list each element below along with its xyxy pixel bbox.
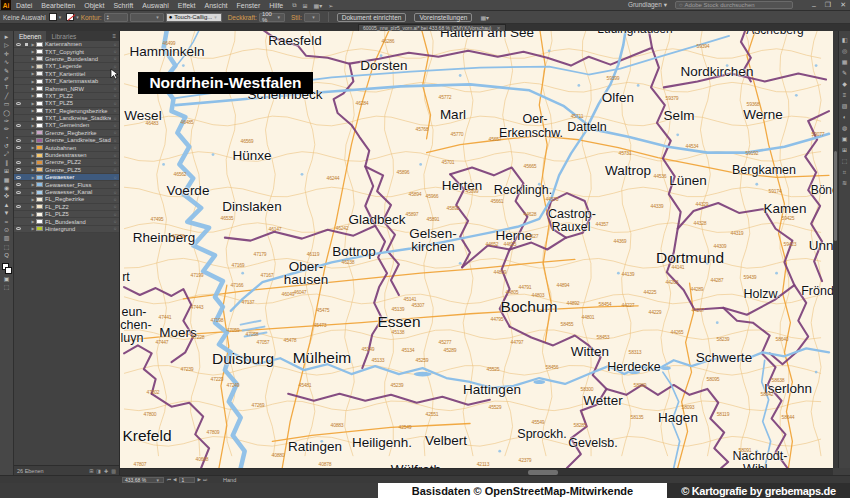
lock-icon[interactable] [23, 43, 30, 46]
visibility-eye-icon[interactable] [14, 205, 23, 208]
new-sublayer-icon[interactable]: ◨ [96, 468, 101, 474]
menu-item-datei[interactable]: Datei [16, 2, 32, 9]
menu-item-ansicht[interactable]: Ansicht [205, 2, 228, 9]
pencil-tool-icon[interactable]: ✏ [4, 125, 9, 133]
arrange-documents-icon[interactable]: ⧉ [292, 2, 296, 9]
target-circle-icon[interactable]: ○ [111, 138, 119, 143]
artboard-tool-icon[interactable]: ▥ [4, 234, 10, 242]
scrollbar-thumb[interactable] [834, 151, 837, 241]
restore-button[interactable]: ❐ [825, 1, 831, 9]
visibility-eye-icon[interactable] [14, 43, 23, 46]
appearance-icon[interactable]: ◍ [842, 123, 847, 134]
gradient-icon[interactable]: ▨ [842, 101, 848, 112]
target-circle-icon[interactable]: ○ [111, 212, 119, 217]
opacity-value-dropdown[interactable]: 100 %▾ [259, 13, 285, 22]
screen-mode-icon[interactable]: ⬚ [4, 283, 10, 291]
layer-row-grenze_plz5[interactable]: ▶Grenze_PLZ5○ [14, 167, 119, 174]
zoom-tool-icon[interactable]: Q [4, 251, 9, 259]
target-circle-icon[interactable]: ○ [111, 175, 119, 180]
menu-item-bearbeiten[interactable]: Bearbeiten [41, 2, 75, 9]
zoom-level-dropdown[interactable]: 433,68 %▾ [122, 477, 164, 483]
workspace-dropdown[interactable]: Grundlagen ▾ [628, 1, 667, 9]
share-icon[interactable]: ➢ [328, 2, 333, 9]
stroke-swatch[interactable] [66, 13, 74, 21]
visibility-eye-icon[interactable] [14, 183, 23, 186]
pathfinder-icon[interactable]: ⬚ [842, 156, 848, 167]
layer-row-txt_plz2[interactable]: ▶TXT_PLZ2○ [14, 93, 119, 100]
layer-row-gewaesser_kanal[interactable]: ▶Gewaesser_Kanal○ [14, 189, 119, 196]
layer-row-fl_plz5[interactable]: ▶FL_PLZ5○ [14, 211, 119, 218]
layout-icon[interactable]: ⊞ [303, 2, 308, 9]
next-artboard-icon[interactable]: ▶ [198, 477, 201, 482]
target-circle-icon[interactable]: ○ [111, 49, 119, 54]
new-layer-icon[interactable]: ✚ [104, 468, 108, 474]
lasso-tool-icon[interactable]: ∿ [4, 58, 9, 66]
layer-row-rahmen_nrw[interactable]: ▶Rahmen_NRW○ [14, 85, 119, 92]
layer-row-grenze_bundesland[interactable]: ▶Grenze_Bundesland○ [14, 56, 119, 63]
transparency-icon[interactable]: ◐ [843, 112, 847, 123]
visibility-eye-icon[interactable] [14, 102, 23, 105]
visibility-eye-icon[interactable] [14, 139, 23, 142]
artboard-number-field[interactable]: 1 [179, 477, 195, 483]
rotate-tool-icon[interactable]: ↺ [4, 142, 9, 150]
eraser-tool-icon[interactable]: ◔ [5, 134, 9, 142]
layer-row-fl_bundesland[interactable]: ▶FL_Bundesland○ [14, 218, 119, 225]
selection-tool-icon[interactable]: ► [4, 33, 10, 41]
prev-artboard-icon[interactable]: ◀ [173, 477, 176, 482]
ellipse-tool-icon[interactable]: ◯ [3, 109, 10, 117]
menu-item-hilfe[interactable]: Hilfe [269, 2, 283, 9]
stroke-width-stepper[interactable]: ▴▾ [104, 13, 128, 22]
blend-tool-icon[interactable]: ▼ [4, 209, 10, 217]
stroke-label[interactable]: Kontur: [81, 14, 102, 21]
panel-menu-icon[interactable]: ≡ [112, 33, 116, 39]
pen-tool-icon[interactable]: ✎ [4, 67, 9, 75]
shape-builder-tool-icon[interactable]: ▦ [4, 176, 10, 184]
target-circle-icon[interactable]: ○ [111, 204, 119, 209]
eyedropper-tool-icon[interactable]: ▲ [4, 201, 10, 209]
graphic-styles-icon[interactable]: ▣ [842, 134, 848, 145]
collect-icon[interactable]: ⊞ [89, 468, 93, 474]
color-guide-icon[interactable]: ◎ [842, 46, 847, 57]
curvature-tool-icon[interactable]: ✐ [4, 75, 9, 83]
layer-row-gewaesser[interactable]: ▶Gewaesser○ [14, 174, 119, 181]
info-icon[interactable]: ≋ [842, 178, 847, 189]
delete-layer-icon[interactable]: ▥ [111, 468, 116, 474]
style-label[interactable]: Stil: [291, 14, 302, 21]
target-circle-icon[interactable]: ○ [111, 219, 119, 224]
stock-search-input[interactable]: ○ Adobe Stock durchsuchen [675, 1, 793, 9]
layer-row-fl_regbezirke[interactable]: ▶FL_Regbezirke○ [14, 196, 119, 203]
visibility-eye-icon[interactable] [14, 161, 23, 164]
target-circle-icon[interactable]: ○ [111, 182, 119, 187]
layer-row-grenze_regbezirke[interactable]: ▶Grenze_Regbezirke○ [14, 130, 119, 137]
layer-row-txt_copyright[interactable]: ▶TXT_Copyright○ [14, 48, 119, 55]
last-artboard-icon[interactable]: ⏭ [203, 477, 207, 482]
line-tool-icon[interactable]: ╱ [5, 92, 9, 100]
artboard-canvas[interactable]: HamminkelnRaesfeldDorstenHaltern am SeeL… [120, 31, 833, 468]
width-tool-icon[interactable]: ∥ [5, 159, 8, 167]
target-circle-icon[interactable]: ○ [111, 101, 119, 106]
control-panel-menu-icon[interactable]: ▦▾ [480, 14, 489, 21]
minimize-button[interactable]: – [812, 2, 816, 9]
visibility-eye-icon[interactable] [14, 124, 23, 127]
free-transform-tool-icon[interactable]: ⊞ [4, 167, 9, 175]
paintbrush-tool-icon[interactable]: ✑ [4, 117, 9, 125]
layer-row-txt_landkreise_stadtkreise[interactable]: ▶TXT_Landkreise_Stadtkreise○ [14, 115, 119, 122]
target-circle-icon[interactable]: ○ [111, 190, 119, 195]
visibility-eye-icon[interactable] [14, 168, 23, 171]
fill-stroke-control[interactable] [2, 263, 12, 275]
menu-item-effekt[interactable]: Effekt [178, 2, 196, 9]
menu-item-objekt[interactable]: Objekt [84, 2, 104, 9]
navigator-icon[interactable]: ⌗ [843, 167, 846, 178]
target-circle-icon[interactable]: ○ [111, 108, 119, 113]
layer-row-txt_legende[interactable]: ▶TXT_Legende○ [14, 63, 119, 70]
tab-ebenen[interactable]: Ebenen [14, 31, 46, 41]
target-circle-icon[interactable]: ○ [111, 130, 119, 135]
opacity-label[interactable]: Deckkraft: [228, 14, 257, 21]
tab-libraries[interactable]: Libraries [46, 31, 81, 41]
document-setup-button[interactable]: Dokument einrichten [337, 13, 407, 22]
layer-row-gewaesser_fluss[interactable]: ▶Gewaesser_Fluss○ [14, 181, 119, 188]
document-tab[interactable]: 60005_nrw_plz5_vorn.ai* bei 433,68 % (CM… [358, 24, 506, 31]
target-circle-icon[interactable]: ○ [111, 226, 119, 231]
layer-row-autobahnen[interactable]: ▶Autobahnen○ [14, 144, 119, 151]
close-button[interactable]: ✕ [840, 1, 846, 9]
